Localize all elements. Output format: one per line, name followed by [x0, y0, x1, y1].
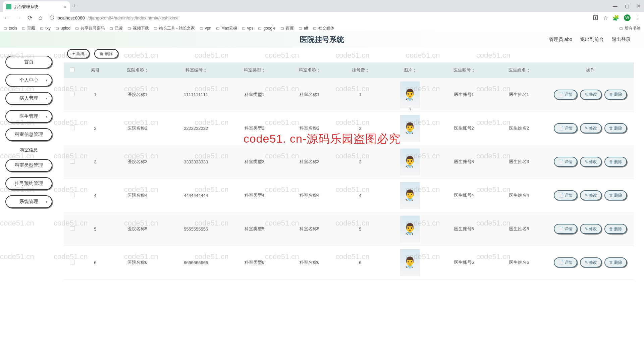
table-cell: [64, 145, 80, 179]
sidebar-sub-item[interactable]: 科室信息: [5, 145, 52, 155]
detail-button[interactable]: 📄详情: [554, 157, 577, 167]
nav-reload-icon[interactable]: ⟳: [28, 14, 33, 21]
bookmark-item[interactable]: 🗀 宝藏: [22, 26, 35, 31]
table-header-cell[interactable]: 科室类型▲▼: [227, 62, 282, 78]
sidebar-item[interactable]: 医生管理▾: [5, 110, 52, 123]
doctor-image[interactable]: [400, 81, 420, 108]
add-button[interactable]: + 新增: [67, 49, 90, 58]
sort-icon[interactable]: ▲▼: [204, 68, 207, 73]
doctor-image[interactable]: [400, 182, 420, 209]
bookmark-item[interactable]: 🗀 uplod: [55, 26, 70, 31]
nav-back-icon[interactable]: ←: [3, 14, 9, 21]
table-header-cell[interactable]: 科室编号▲▼: [165, 62, 227, 78]
sort-icon[interactable]: ▲▼: [366, 68, 369, 73]
sidebar-item[interactable]: 挂号预约管理: [5, 177, 52, 190]
minimize-icon[interactable]: —: [613, 3, 618, 9]
tab-close-icon[interactable]: ×: [64, 4, 66, 9]
row-checkbox[interactable]: [70, 92, 74, 96]
table-header-cell[interactable]: 科室名称▲▼: [282, 62, 337, 78]
row-checkbox[interactable]: [70, 193, 74, 197]
bookmark-item[interactable]: 🗀 vps: [242, 26, 254, 31]
bookmark-item[interactable]: 🗀 社交媒体: [313, 26, 334, 31]
row-delete-button[interactable]: 🗑删除: [604, 224, 627, 234]
sidebar-item[interactable]: 系统管理▾: [5, 195, 52, 208]
bookmark-item[interactable]: 🗀 aff: [299, 26, 308, 31]
table-cell: [383, 246, 436, 279]
sidebar-item[interactable]: 科室类型管理: [5, 159, 52, 172]
table-cell: 📄详情✎修改🗑删除: [547, 212, 634, 246]
extensions-icon[interactable]: 🧩: [612, 15, 619, 21]
admin-label[interactable]: 管理员 abo: [549, 37, 572, 43]
row-delete-button[interactable]: 🗑删除: [604, 190, 627, 200]
edit-button[interactable]: ✎修改: [580, 190, 602, 200]
table-header-cell[interactable]: 挂号费▲▼: [337, 62, 383, 78]
browser-tab[interactable]: 后台管理系统 ×: [3, 1, 70, 12]
tab-add-icon[interactable]: +: [73, 3, 77, 10]
edit-button[interactable]: ✎修改: [580, 157, 602, 167]
bookmark-item[interactable]: 🗀 Max云梯: [216, 26, 237, 31]
delete-button[interactable]: 🗑 删除: [94, 49, 118, 58]
table-header-cell[interactable]: 图片▲▼: [383, 62, 436, 78]
bookmark-item[interactable]: 🗀 txy: [40, 26, 50, 31]
edit-button[interactable]: ✎修改: [580, 224, 602, 234]
doctor-image[interactable]: [400, 148, 420, 175]
sidebar-item[interactable]: 个人中心▾: [5, 74, 52, 87]
bookmark-item[interactable]: 🗀 已读: [109, 26, 123, 31]
all-bookmarks[interactable]: 🗀 所有书签: [619, 26, 641, 31]
table-cell: 📄详情✎修改🗑删除: [547, 246, 634, 279]
bookmark-item[interactable]: 🗀 视频下载: [127, 26, 149, 31]
row-delete-button[interactable]: 🗑删除: [604, 257, 627, 267]
detail-button[interactable]: 📄详情: [554, 190, 577, 200]
sort-icon[interactable]: ▲▼: [472, 68, 475, 73]
select-all-checkbox[interactable]: [70, 67, 74, 72]
row-delete-button[interactable]: 🗑删除: [604, 157, 627, 167]
sort-icon[interactable]: ▲▼: [317, 68, 320, 73]
row-checkbox[interactable]: [70, 260, 74, 264]
detail-button[interactable]: 📄详情: [554, 224, 577, 234]
edit-button[interactable]: ✎修改: [580, 257, 602, 267]
sidebar-item[interactable]: 首页: [5, 56, 52, 68]
table-header-cell[interactable]: 医院名称▲▼: [110, 62, 165, 78]
exit-front-link[interactable]: 退出到前台: [580, 37, 604, 43]
detail-button[interactable]: 📄详情: [554, 123, 577, 133]
bookmark-item[interactable]: 🗀 vpn: [200, 26, 211, 31]
menu-dots-icon[interactable]: ⋮: [635, 15, 641, 21]
row-checkbox[interactable]: [70, 226, 74, 231]
folder-icon: 🗀: [109, 26, 113, 31]
bookmark-item[interactable]: 🗀 百度: [280, 26, 294, 31]
logout-link[interactable]: 退出登录: [612, 37, 631, 43]
row-delete-button[interactable]: 🗑删除: [604, 90, 627, 100]
bookmark-item[interactable]: 🗀 共享账号密码: [75, 26, 105, 31]
edit-button[interactable]: ✎修改: [580, 123, 602, 133]
close-window-icon[interactable]: ✕: [637, 3, 641, 9]
detail-button[interactable]: 📄详情: [554, 257, 577, 267]
row-checkbox[interactable]: [70, 126, 74, 130]
table-header-cell[interactable]: 医生姓名▲▼: [491, 62, 547, 78]
doctor-image[interactable]: [400, 215, 420, 242]
row-delete-button[interactable]: 🗑删除: [604, 123, 627, 133]
maximize-icon[interactable]: ▢: [625, 3, 629, 9]
doctor-image[interactable]: [400, 249, 420, 276]
sort-icon[interactable]: ▲▼: [413, 68, 416, 73]
nav-home-icon[interactable]: ⌂: [39, 14, 42, 21]
sort-icon[interactable]: ▲▼: [145, 68, 148, 73]
bookmark-star-icon[interactable]: ☆: [603, 15, 608, 21]
password-key-icon[interactable]: ⚿: [593, 15, 598, 21]
doctor-image[interactable]: [400, 115, 420, 142]
site-info-icon[interactable]: ⓘ: [50, 15, 54, 21]
edit-button[interactable]: ✎修改: [580, 90, 602, 100]
folder-icon: 🗀: [258, 26, 262, 31]
bookmark-item[interactable]: 🗀 站长工具 - 站长之家: [154, 26, 195, 31]
bookmark-item[interactable]: 🗀 tools: [3, 26, 17, 31]
sidebar-item[interactable]: 科室信息管理: [5, 128, 52, 141]
detail-button[interactable]: 📄详情: [554, 90, 577, 100]
sort-icon[interactable]: ▲▼: [527, 68, 530, 73]
sort-icon[interactable]: ▲▼: [262, 68, 265, 73]
sidebar-item[interactable]: 病人管理▾: [5, 92, 52, 105]
row-checkbox[interactable]: [70, 159, 74, 164]
table-header-cell[interactable]: 医生账号▲▼: [436, 62, 492, 78]
url-input[interactable]: ⓘ localhost:8080/djangokon84/admin/dist/…: [46, 13, 589, 22]
url-path: /djangokon84/admin/dist/index.html#/kesh…: [88, 15, 178, 20]
bookmark-item[interactable]: 🗀 google: [258, 26, 275, 31]
profile-badge[interactable]: W: [624, 14, 631, 21]
